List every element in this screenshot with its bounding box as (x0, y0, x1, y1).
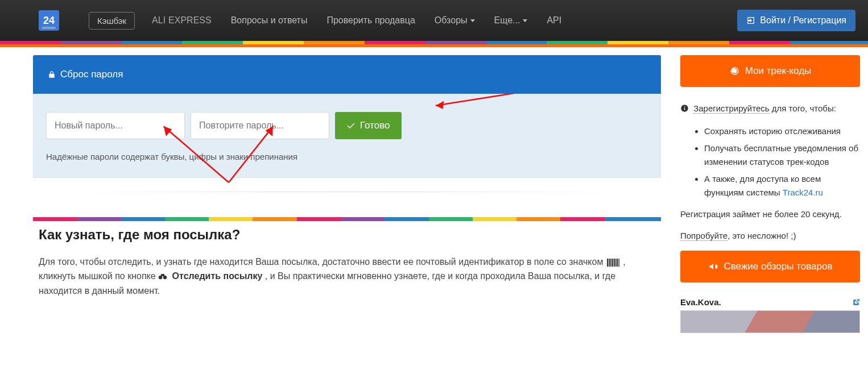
reset-password-panel: Готово Надёжные пароли содержат буквы, ц… (33, 94, 661, 178)
try-link[interactable]: Попробуйте (680, 231, 728, 241)
submit-label: Готово (360, 120, 390, 131)
nav-more[interactable]: Еще... (494, 15, 528, 26)
chevron-down-icon (523, 19, 527, 22)
register-time: Регистрация займет не более 20 секунд. (680, 207, 860, 221)
annotation-arrows (34, 94, 660, 194)
my-trackcodes-button[interactable]: Мои трек-коды (680, 55, 860, 87)
login-label: Войти / Регистрация (760, 15, 846, 26)
my-trackcodes-label: Мои трек-коды (745, 65, 812, 77)
external-link-icon[interactable] (852, 298, 860, 306)
svg-rect-11 (684, 106, 685, 107)
ali-part2: EXPRESS (168, 15, 212, 26)
site-logo[interactable]: 24 (39, 10, 59, 31)
nav-reviews[interactable]: Обзоры (435, 15, 475, 26)
megaphone-icon (708, 261, 718, 272)
svg-rect-10 (684, 107, 685, 110)
nav-more-label: Еще... (494, 15, 520, 26)
review-thumbnail[interactable] (680, 310, 860, 333)
rainbow-divider (33, 217, 661, 221)
register-link[interactable]: Зарегистрируйтесь (693, 103, 769, 114)
svg-rect-8 (161, 274, 164, 276)
benefit-item: Получать бесплатные уведомления об измен… (704, 142, 860, 169)
register-tail: для того, чтобы: (770, 103, 836, 113)
svg-marker-1 (436, 101, 444, 109)
review-author[interactable]: Eva.Kova. (680, 297, 721, 307)
history-icon (729, 66, 739, 76)
faded-divider (65, 192, 629, 192)
navbar: 24 Кэшбэк ALIEXPRESS Вопросы и ответы Пр… (0, 0, 868, 41)
nav-cashback[interactable]: Кэшбэк (89, 12, 135, 30)
article-paragraph: Для того, чтобы отследить, и узнать где … (39, 255, 655, 298)
main-column: Сброс пароля Готово Надёжные пароли соде… (33, 55, 661, 304)
svg-line-0 (436, 94, 548, 106)
fresh-reviews-label: Свежие обзоры товаров (724, 261, 833, 272)
lock-icon (48, 70, 56, 79)
info-icon (680, 103, 689, 117)
chevron-down-icon (470, 19, 475, 22)
site-link[interactable]: Track24.ru (783, 188, 823, 197)
nav-check-seller[interactable]: Проверить продавца (326, 15, 415, 26)
sidebar: Мои трек-коды Зарегистрируйтесь для того… (680, 55, 860, 333)
nav-questions-answers[interactable]: Вопросы и ответы (231, 15, 308, 26)
check-icon (346, 122, 356, 130)
try-tail: , это несложно! ;) (728, 231, 796, 240)
barcode-icon (607, 259, 619, 267)
nav-aliexpress[interactable]: ALIEXPRESS (152, 15, 212, 26)
benefit-item: А также, для доступа ко всем функциям си… (704, 172, 860, 200)
password-hint: Надёжные пароли содержат буквы, цифры и … (46, 152, 648, 161)
repeat-password-input[interactable] (191, 112, 329, 139)
sidebar-register-block: Зарегистрируйтесь для того, чтобы: Сохра… (680, 102, 860, 243)
benefit-item: Сохранять историю отслеживания (704, 124, 860, 138)
login-icon (746, 16, 755, 25)
fresh-reviews-button[interactable]: Свежие обзоры товаров (680, 251, 860, 282)
new-password-input[interactable] (46, 112, 185, 139)
reset-password-header: Сброс пароля (33, 55, 661, 94)
article-heading: Как узнать, где моя посылка? (39, 227, 655, 243)
binoculars-icon (158, 270, 167, 284)
benefit-list: Сохранять историю отслеживания Получать … (680, 124, 860, 200)
submit-button[interactable]: Готово (335, 112, 402, 139)
nav-api[interactable]: API (547, 15, 561, 26)
article: Как узнать, где моя посылка? Для того, ч… (33, 221, 661, 298)
reset-password-title: Сброс пароля (60, 69, 123, 80)
nav-reviews-label: Обзоры (435, 15, 468, 26)
article-text-a: Для того, чтобы отследить, и узнать где … (39, 257, 606, 267)
login-register-button[interactable]: Войти / Регистрация (737, 10, 855, 31)
track-package-bold: Отследить посылку (172, 271, 263, 281)
ali-part1: ALI (152, 15, 166, 26)
